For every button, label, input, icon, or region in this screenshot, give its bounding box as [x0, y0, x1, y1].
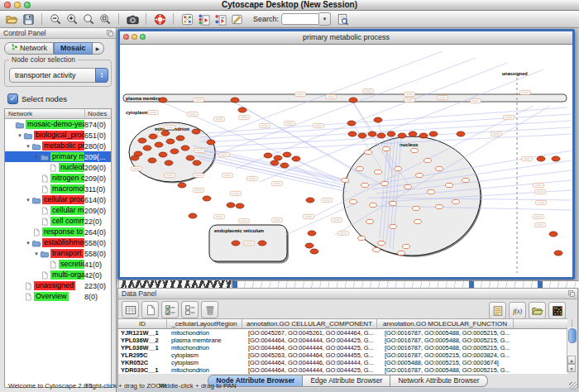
- new-attribute-icon[interactable]: [141, 301, 159, 318]
- zoom-out-icon[interactable]: [47, 12, 64, 26]
- tree-row[interactable]: cell communicat22(0): [5, 216, 111, 227]
- network-node-selected[interactable]: [274, 155, 282, 160]
- network-node-selected[interactable]: [377, 133, 385, 138]
- network-node-selected[interactable]: [227, 203, 235, 208]
- network-node[interactable]: [356, 166, 364, 170]
- network-node-selected[interactable]: [368, 131, 376, 136]
- network-node[interactable]: [436, 166, 443, 170]
- network-node[interactable]: [342, 178, 349, 182]
- tree-row[interactable]: multi-organism pro42(0): [5, 270, 111, 280]
- scroll-up-button[interactable]: ▲: [567, 356, 576, 364]
- tab-edge-attribute-browser[interactable]: Edge Attribute Browser: [303, 375, 390, 387]
- network-node-selected[interactable]: [143, 146, 151, 151]
- network-node[interactable]: [373, 247, 380, 251]
- tree-row[interactable]: ▼metabolic process280(0): [5, 141, 111, 151]
- network-node-selected[interactable]: [419, 133, 428, 138]
- network-node-selected[interactable]: [409, 131, 417, 136]
- save-icon[interactable]: [20, 12, 36, 26]
- network-node[interactable]: [413, 206, 420, 210]
- network-node-selected[interactable]: [203, 196, 211, 201]
- network-node-selected[interactable]: [308, 231, 316, 236]
- select-nodes-checkbox[interactable]: ✓: [7, 93, 18, 104]
- tree-row[interactable]: nucleobase-209(0): [5, 162, 111, 173]
- network-node-selected[interactable]: [292, 156, 300, 161]
- network-node[interactable]: [381, 181, 389, 185]
- network-node[interactable]: [411, 148, 419, 152]
- network-node-selected[interactable]: [189, 213, 197, 218]
- enhanced-search-icon[interactable]: [334, 12, 351, 26]
- tree-column-nodes[interactable]: Nodes: [84, 109, 107, 118]
- network-node[interactable]: [428, 189, 435, 194]
- network-node-selected[interactable]: [457, 131, 465, 136]
- network-node[interactable]: [404, 184, 412, 189]
- network-node-selected[interactable]: [280, 163, 289, 168]
- network-node-selected[interactable]: [238, 108, 246, 112]
- tree-row[interactable]: cellular metabol209(0): [5, 205, 111, 216]
- network-node[interactable]: [462, 178, 470, 182]
- tree-row[interactable]: ▼biological_process651(0): [5, 130, 111, 141]
- network-node-selected[interactable]: [537, 156, 545, 161]
- zoom-in-icon[interactable]: [64, 12, 80, 26]
- attribute-table-icon[interactable]: [122, 301, 139, 318]
- network-node-selected[interactable]: [176, 136, 184, 141]
- network-node[interactable]: [383, 146, 390, 151]
- network-node[interactable]: [358, 236, 366, 240]
- network-node[interactable]: [390, 224, 397, 228]
- network-node[interactable]: [414, 219, 422, 223]
- table-scrollbar[interactable]: ▲ ▼: [567, 327, 577, 372]
- network-node-selected[interactable]: [131, 155, 139, 160]
- help-icon[interactable]: [151, 12, 168, 26]
- tab-mosaic[interactable]: Mosaic: [54, 42, 93, 55]
- search-dropdown-button[interactable]: ▼: [319, 12, 331, 26]
- network-node[interactable]: [452, 199, 460, 203]
- column-header[interactable]: _cellularLayoutRegion: [167, 319, 242, 328]
- network-node-selected[interactable]: [347, 121, 356, 126]
- network-node-selected[interactable]: [429, 131, 438, 136]
- background-window-thumbnail[interactable]: [119, 280, 231, 288]
- network-node-selected[interactable]: [159, 98, 167, 103]
- network-node-selected[interactable]: [554, 251, 562, 256]
- network-node-selected[interactable]: [231, 98, 239, 103]
- tree-row[interactable]: ▼establishment of lo558(0): [5, 237, 111, 248]
- network-node-selected[interactable]: [306, 198, 314, 203]
- network-node[interactable]: [365, 150, 372, 154]
- network-node-selected[interactable]: [155, 142, 163, 147]
- network-node-selected[interactable]: [549, 232, 557, 237]
- search-input[interactable]: [281, 13, 319, 25]
- expander-icon[interactable]: ▼: [33, 251, 40, 256]
- scrollbar-thumb[interactable]: [568, 328, 577, 343]
- float-panel-icon[interactable]: [106, 29, 114, 37]
- vizmapper-node-icon[interactable]: [195, 12, 212, 26]
- network-node-selected[interactable]: [166, 139, 175, 144]
- network-node-selected[interactable]: [305, 243, 313, 248]
- float-panel-icon[interactable]: [567, 289, 576, 298]
- expander-icon[interactable]: ▼: [25, 198, 31, 203]
- network-node-selected[interactable]: [258, 241, 266, 246]
- tree-row[interactable]: secretion41(0): [5, 259, 111, 270]
- table-row[interactable]: YDR039C__1mitochondrion[GO:0044464, GO:0…: [118, 366, 567, 374]
- table-row[interactable]: YJR121W__1mitochondrion[GO:0045267, GO:0…: [118, 329, 567, 337]
- network-node-selected[interactable]: [207, 140, 215, 145]
- table-row[interactable]: YPL036W__1mitochondrion[GO:0044464, GO:0…: [118, 344, 567, 351]
- import-attributes-icon[interactable]: [529, 302, 546, 319]
- network-node-selected[interactable]: [148, 158, 156, 163]
- unselect-attributes-icon[interactable]: [181, 301, 199, 318]
- tree-row[interactable]: unassigned223(0): [5, 280, 111, 291]
- network-node-selected[interactable]: [170, 149, 179, 154]
- attribute-matrix-icon[interactable]: [548, 302, 566, 319]
- network-node[interactable]: [424, 158, 432, 162]
- network-node[interactable]: [395, 166, 402, 170]
- network-node-selected[interactable]: [138, 138, 146, 143]
- column-header[interactable]: ID: [118, 319, 167, 328]
- select-attributes-icon[interactable]: [161, 301, 179, 318]
- expander-icon[interactable]: ▼: [25, 241, 31, 246]
- zoom-fit-icon[interactable]: [80, 12, 97, 26]
- network-node-selected[interactable]: [159, 152, 167, 157]
- tree-column-network[interactable]: Network: [8, 109, 32, 118]
- zoom-selected-icon[interactable]: [97, 12, 113, 26]
- network-node-selected[interactable]: [283, 152, 291, 157]
- network-node-selected[interactable]: [387, 131, 395, 136]
- network-node-selected[interactable]: [193, 160, 201, 165]
- network-node[interactable]: [446, 183, 453, 187]
- network-node-selected[interactable]: [264, 153, 272, 158]
